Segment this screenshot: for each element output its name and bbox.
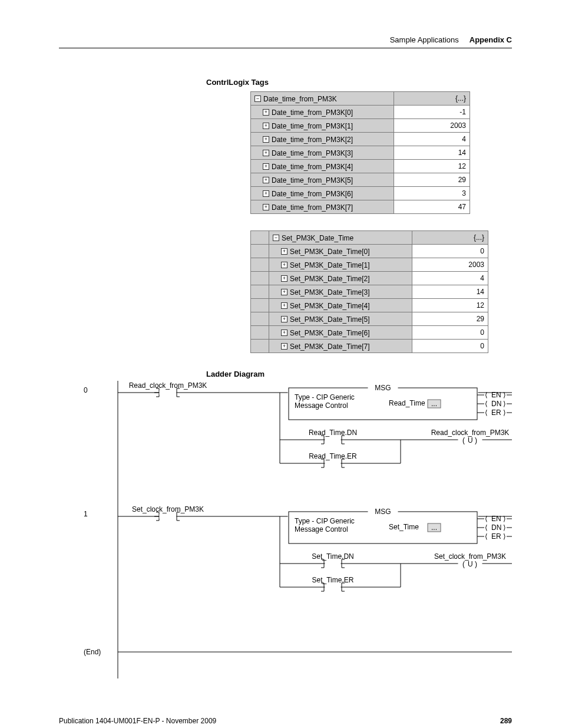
tag-value: 47 xyxy=(394,200,470,214)
tag-name: Set_PM3K_Date_Time[7] xyxy=(290,342,370,351)
svg-rect-75 xyxy=(160,516,176,517)
tag-name: Set_PM3K_Date_Time xyxy=(282,234,353,242)
svg-rect-109 xyxy=(325,563,340,564)
tags-title: ContrlLogix Tags xyxy=(206,78,512,87)
footer-page: 289 xyxy=(500,717,512,725)
svg-text:⟩: ⟩ xyxy=(503,523,506,532)
svg-text:Message Control: Message Control xyxy=(295,525,348,533)
svg-text:(: ( xyxy=(462,436,465,444)
tag-value: 0 xyxy=(412,326,488,340)
svg-text:⟨: ⟨ xyxy=(485,400,488,408)
svg-text:⟨: ⟨ xyxy=(485,391,488,399)
expand-icon[interactable]: + xyxy=(281,330,287,336)
svg-text:MSG: MSG xyxy=(375,384,391,392)
expand-icon[interactable]: + xyxy=(263,150,269,156)
tag-name: Set_PM3K_Date_Time[6] xyxy=(290,329,370,337)
svg-text:⟨: ⟨ xyxy=(485,515,488,523)
svg-text:U: U xyxy=(468,436,473,444)
svg-text:Read_Time.DN: Read_Time.DN xyxy=(309,429,357,437)
header-section: Sample Applications xyxy=(390,35,459,44)
tag-value: 12 xyxy=(412,299,488,312)
expand-icon[interactable]: + xyxy=(281,289,287,295)
svg-text:0: 0 xyxy=(84,386,88,394)
tag-value: 29 xyxy=(394,173,470,187)
svg-text:⟨: ⟨ xyxy=(485,409,488,417)
expand-icon[interactable]: + xyxy=(263,204,269,210)
page-footer: Publication 1404-UM001F-EN-P - November … xyxy=(59,717,512,725)
svg-text:Set_Time.DN: Set_Time.DN xyxy=(312,552,354,561)
tag-value: 12 xyxy=(394,160,470,173)
tag-value: 4 xyxy=(394,133,470,146)
tag-name: Set_PM3K_Date_Time[5] xyxy=(290,315,370,324)
tag-name: Date_time_from_PM3K[6] xyxy=(272,190,353,198)
svg-text:Read_Time.ER: Read_Time.ER xyxy=(309,452,357,460)
svg-text:MSG: MSG xyxy=(375,508,391,516)
tag-value: 14 xyxy=(412,285,488,299)
svg-text:ER: ER xyxy=(491,409,501,417)
svg-text:DN: DN xyxy=(491,400,501,408)
tag-name: Date_time_from_PM3K xyxy=(263,95,337,103)
expand-icon[interactable]: + xyxy=(281,275,287,282)
svg-text:Message Control: Message Control xyxy=(295,401,348,410)
svg-text:): ) xyxy=(475,436,477,444)
svg-text:Type - CIP Generic: Type - CIP Generic xyxy=(295,517,355,525)
tag-value: {...} xyxy=(412,231,488,245)
tag-table: −Date_time_from_PM3K{...}+Date_time_from… xyxy=(250,91,470,214)
tag-value: 4 xyxy=(412,272,488,285)
expand-icon[interactable]: + xyxy=(263,190,269,197)
svg-text:(End): (End) xyxy=(84,648,101,656)
svg-text:⟩: ⟩ xyxy=(503,391,506,399)
tag-name: Set_PM3K_Date_Time[3] xyxy=(290,288,370,297)
tag-name: Set_PM3K_Date_Time[4] xyxy=(290,302,370,310)
svg-text:): ) xyxy=(475,560,477,568)
expand-icon[interactable]: + xyxy=(263,163,269,170)
ladder-title: Ladder Diagram xyxy=(206,370,512,378)
svg-text:Set_Time: Set_Time xyxy=(389,523,419,531)
header-rule xyxy=(59,48,512,48)
svg-text:⟨: ⟨ xyxy=(485,532,488,541)
ladder-diagram: 0Read_clock_from_PM3KMSGType - CIP Gener… xyxy=(71,381,512,681)
svg-text:U: U xyxy=(468,560,473,568)
svg-text:EN: EN xyxy=(491,515,501,523)
tag-value: 0 xyxy=(412,245,488,258)
expand-icon[interactable]: + xyxy=(263,177,269,183)
tag-value: 0 xyxy=(412,340,488,353)
tag-value: 3 xyxy=(394,187,470,200)
svg-text:⟩: ⟩ xyxy=(503,409,506,417)
svg-text:Read_clock_from_PM3K: Read_clock_from_PM3K xyxy=(431,429,510,437)
tag-name: Date_time_from_PM3K[1] xyxy=(272,122,353,130)
tag-name: Date_time_from_PM3K[0] xyxy=(272,108,353,117)
header-appendix: Appendix C xyxy=(470,35,512,44)
expand-icon[interactable]: + xyxy=(281,316,287,322)
tag-value: 2003 xyxy=(394,119,470,133)
svg-text:Read_Time: Read_Time xyxy=(389,399,425,407)
svg-text:⟩: ⟩ xyxy=(503,515,506,523)
svg-text:⟨: ⟨ xyxy=(485,523,488,532)
expand-icon[interactable]: + xyxy=(281,302,287,309)
svg-text:(: ( xyxy=(462,560,465,568)
svg-rect-13 xyxy=(160,392,176,393)
svg-rect-47 xyxy=(325,439,340,440)
svg-rect-56 xyxy=(325,463,340,464)
expand-icon[interactable]: + xyxy=(281,343,287,350)
tag-name: Date_time_from_PM3K[7] xyxy=(272,203,353,212)
svg-text:Type - CIP Generic: Type - CIP Generic xyxy=(295,393,355,401)
tag-value: -1 xyxy=(394,106,470,119)
expand-icon[interactable]: + xyxy=(263,123,269,129)
tag-value: 2003 xyxy=(412,258,488,272)
footer-publication: Publication 1404-UM001F-EN-P - November … xyxy=(59,717,216,725)
expand-icon[interactable]: + xyxy=(263,136,269,143)
expand-icon[interactable]: + xyxy=(263,109,269,116)
svg-text:...: ... xyxy=(431,400,437,408)
tag-name: Date_time_from_PM3K[3] xyxy=(272,149,353,157)
tag-value: {...} xyxy=(394,92,470,106)
svg-text:Set_clock_from_PM3K: Set_clock_from_PM3K xyxy=(132,505,204,513)
svg-text:1: 1 xyxy=(84,510,88,518)
tag-name: Set_PM3K_Date_Time[2] xyxy=(290,275,370,283)
expand-icon[interactable]: + xyxy=(281,262,287,268)
tag-value: 29 xyxy=(412,312,488,326)
collapse-icon[interactable]: − xyxy=(273,235,279,241)
collapse-icon[interactable]: − xyxy=(254,95,261,102)
expand-icon[interactable]: + xyxy=(281,248,287,255)
svg-text:⟩: ⟩ xyxy=(503,400,506,408)
